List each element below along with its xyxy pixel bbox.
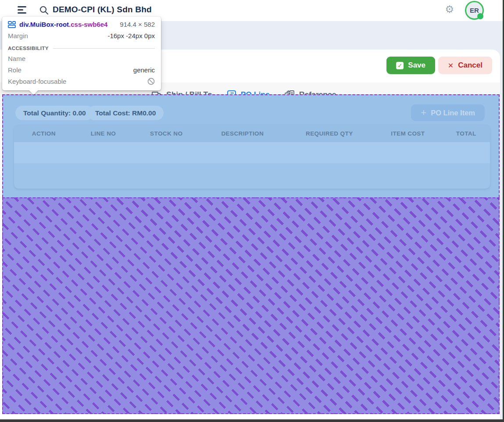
a11y-role-label: Role <box>8 66 21 74</box>
window-bottom-edge <box>0 419 504 422</box>
col-total: TOTAL <box>442 130 490 137</box>
devtools-tooltip: div.MuiBox-root.css-swb6e4 914.4 × 582 M… <box>2 17 161 90</box>
accessibility-section-title: ACCESSIBILITY <box>8 46 49 51</box>
cancel-x-icon: ✕ <box>448 61 454 70</box>
settings-gear-icon[interactable]: ⚙ <box>445 4 454 14</box>
a11y-name-label: Name <box>8 55 25 62</box>
a11y-focusable-label: Keyboard-focusable <box>8 78 66 85</box>
not-focusable-icon <box>147 78 155 85</box>
col-action: ACTION <box>14 130 74 137</box>
save-check-icon: ✓ <box>396 62 404 69</box>
cancel-button[interactable]: ✕ Cancel <box>438 57 492 74</box>
margin-label: Margin <box>8 32 28 39</box>
margin-value: -16px -24px 0px <box>107 32 155 39</box>
col-item-cost: ITEM COST <box>373 130 442 137</box>
po-line-table-header-row: ACTION LINE NO STOCK NO DESCRIPTION REQU… <box>14 125 490 142</box>
col-stock-no: STOCK NO <box>133 130 200 137</box>
save-button[interactable]: ✓ Save <box>386 57 435 74</box>
add-po-line-item-button[interactable]: + PO Line Item <box>411 104 485 121</box>
section-divider <box>53 48 155 49</box>
app-screen: DEMO-CPI (KL) Sdn Bhd ⚙ ER ✓ Save ✕ Canc… <box>0 0 504 422</box>
avatar-initials: ER <box>470 7 479 14</box>
total-cost-chip: Total Cost: RM0.00 <box>87 106 164 120</box>
plus-icon: + <box>421 108 426 118</box>
a11y-role-value: generic <box>133 66 155 74</box>
hamburger-menu-icon[interactable] <box>18 6 26 14</box>
col-line-no: LINE NO <box>74 130 133 137</box>
user-avatar[interactable]: ER <box>465 1 484 20</box>
devtools-content-highlight: Total Quantity: 0.00 Total Cost: RM0.00 … <box>2 94 500 197</box>
element-dimensions: 914.4 × 582 <box>120 21 155 28</box>
search-icon[interactable] <box>39 5 49 15</box>
col-required-qty: REQUIRED QTY <box>285 130 373 137</box>
layout-grid-icon <box>8 21 16 28</box>
company-title: DEMO-CPI (KL) Sdn Bhd <box>53 5 152 14</box>
online-status-dot <box>477 13 483 19</box>
empty-table-body <box>14 142 490 163</box>
devtools-margin-highlight <box>2 197 500 414</box>
col-description: DESCRIPTION <box>200 130 285 137</box>
po-line-table: ACTION LINE NO STOCK NO DESCRIPTION REQU… <box>14 125 490 189</box>
total-quantity-chip: Total Quantity: 0.00 <box>15 106 94 120</box>
inspected-element-selector: div.MuiBox-root.css-swb6e4 <box>19 21 107 28</box>
